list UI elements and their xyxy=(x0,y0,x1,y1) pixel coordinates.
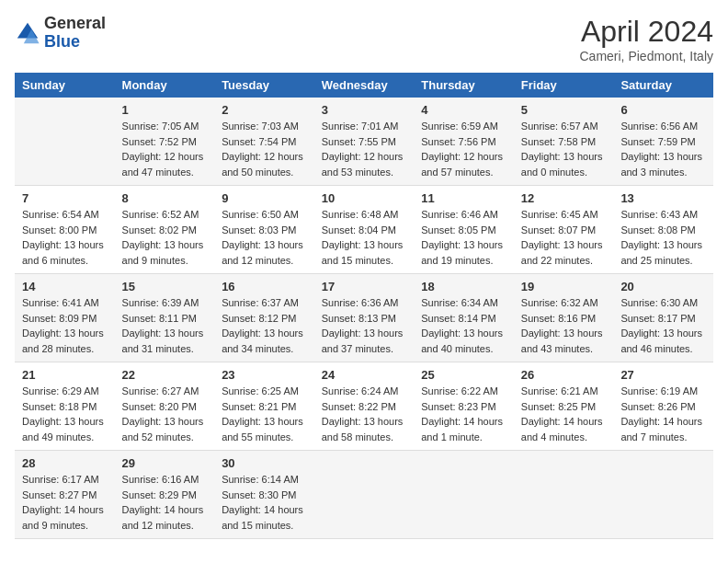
day-info: Sunrise: 6:57 AM Sunset: 7:58 PM Dayligh… xyxy=(521,119,607,179)
day-info: Sunrise: 6:54 AM Sunset: 8:00 PM Dayligh… xyxy=(22,207,108,268)
calendar-header-row: SundayMondayTuesdayWednesdayThursdayFrid… xyxy=(15,73,713,98)
column-header-wednesday: Wednesday xyxy=(314,73,415,98)
day-number: 14 xyxy=(22,280,108,293)
day-number: 10 xyxy=(322,191,407,205)
calendar-cell: 25Sunrise: 6:22 AM Sunset: 8:23 PM Dayli… xyxy=(414,362,514,451)
day-info: Sunrise: 6:30 AM Sunset: 8:17 PM Dayligh… xyxy=(620,295,706,356)
day-info: Sunrise: 6:36 AM Sunset: 8:13 PM Dayligh… xyxy=(322,295,407,356)
day-number: 6 xyxy=(620,103,706,117)
week-row-3: 14Sunrise: 6:41 AM Sunset: 8:09 PM Dayli… xyxy=(15,274,713,362)
day-number: 11 xyxy=(421,191,506,205)
day-number: 30 xyxy=(222,456,307,470)
day-number: 4 xyxy=(421,103,506,117)
calendar-cell: 11Sunrise: 6:46 AM Sunset: 8:05 PM Dayli… xyxy=(414,186,514,274)
day-info: Sunrise: 6:39 AM Sunset: 8:11 PM Dayligh… xyxy=(122,295,208,356)
day-info: Sunrise: 7:05 AM Sunset: 7:52 PM Dayligh… xyxy=(122,119,208,179)
column-header-sunday: Sunday xyxy=(15,73,115,98)
day-info: Sunrise: 6:17 AM Sunset: 8:27 PM Dayligh… xyxy=(22,472,108,533)
day-info: Sunrise: 6:19 AM Sunset: 8:26 PM Dayligh… xyxy=(620,384,706,444)
calendar-cell: 7Sunrise: 6:54 AM Sunset: 8:00 PM Daylig… xyxy=(15,186,115,274)
day-number: 21 xyxy=(22,368,108,382)
column-header-friday: Friday xyxy=(514,73,614,98)
day-number: 23 xyxy=(222,368,307,382)
month-title: April 2024 xyxy=(580,15,714,49)
day-info: Sunrise: 6:29 AM Sunset: 8:18 PM Dayligh… xyxy=(22,384,108,444)
day-number: 2 xyxy=(222,103,307,117)
calendar-cell: 12Sunrise: 6:45 AM Sunset: 8:07 PM Dayli… xyxy=(514,186,614,274)
day-number: 18 xyxy=(421,280,506,293)
calendar-cell: 1Sunrise: 7:05 AM Sunset: 7:52 PM Daylig… xyxy=(115,98,215,186)
day-info: Sunrise: 6:59 AM Sunset: 7:56 PM Dayligh… xyxy=(421,119,506,179)
day-number: 26 xyxy=(521,368,607,382)
calendar-cell: 22Sunrise: 6:27 AM Sunset: 8:20 PM Dayli… xyxy=(115,362,215,451)
calendar-cell: 29Sunrise: 6:16 AM Sunset: 8:29 PM Dayli… xyxy=(115,451,215,539)
title-block: April 2024 Cameri, Piedmont, Italy xyxy=(580,15,714,63)
calendar-cell: 24Sunrise: 6:24 AM Sunset: 8:22 PM Dayli… xyxy=(314,362,415,451)
day-number: 5 xyxy=(521,103,607,117)
logo: General Blue xyxy=(15,15,106,52)
day-number: 16 xyxy=(222,280,307,293)
calendar-cell: 15Sunrise: 6:39 AM Sunset: 8:11 PM Dayli… xyxy=(115,274,215,362)
calendar-cell: 13Sunrise: 6:43 AM Sunset: 8:08 PM Dayli… xyxy=(613,186,713,274)
calendar-cell: 18Sunrise: 6:34 AM Sunset: 8:14 PM Dayli… xyxy=(414,274,514,362)
calendar-cell: 19Sunrise: 6:32 AM Sunset: 8:16 PM Dayli… xyxy=(514,274,614,362)
calendar-cell: 9Sunrise: 6:50 AM Sunset: 8:03 PM Daylig… xyxy=(214,186,314,274)
day-info: Sunrise: 6:37 AM Sunset: 8:12 PM Dayligh… xyxy=(222,295,307,356)
calendar-cell xyxy=(15,98,115,186)
day-info: Sunrise: 6:34 AM Sunset: 8:14 PM Dayligh… xyxy=(421,295,506,356)
day-number: 13 xyxy=(620,191,706,205)
day-info: Sunrise: 6:22 AM Sunset: 8:23 PM Dayligh… xyxy=(421,384,506,444)
day-info: Sunrise: 6:21 AM Sunset: 8:25 PM Dayligh… xyxy=(521,384,607,444)
calendar-table: SundayMondayTuesdayWednesdayThursdayFrid… xyxy=(15,73,713,539)
day-number: 28 xyxy=(22,456,108,470)
day-number: 9 xyxy=(222,191,307,205)
calendar-cell: 27Sunrise: 6:19 AM Sunset: 8:26 PM Dayli… xyxy=(613,362,713,451)
day-info: Sunrise: 6:46 AM Sunset: 8:05 PM Dayligh… xyxy=(421,207,506,268)
day-number: 12 xyxy=(521,191,607,205)
day-number: 17 xyxy=(322,280,407,293)
column-header-tuesday: Tuesday xyxy=(214,73,314,98)
calendar-cell: 23Sunrise: 6:25 AM Sunset: 8:21 PM Dayli… xyxy=(214,362,314,451)
day-info: Sunrise: 7:03 AM Sunset: 7:54 PM Dayligh… xyxy=(222,119,307,179)
calendar-cell: 17Sunrise: 6:36 AM Sunset: 8:13 PM Dayli… xyxy=(314,274,415,362)
column-header-saturday: Saturday xyxy=(613,73,713,98)
day-number: 19 xyxy=(521,280,607,293)
calendar-cell: 4Sunrise: 6:59 AM Sunset: 7:56 PM Daylig… xyxy=(414,98,514,186)
logo-general-text: General xyxy=(44,14,106,32)
day-info: Sunrise: 6:32 AM Sunset: 8:16 PM Dayligh… xyxy=(521,295,607,356)
day-number: 29 xyxy=(122,456,208,470)
logo-icon xyxy=(15,20,40,46)
day-number: 3 xyxy=(322,103,407,117)
calendar-cell xyxy=(613,451,713,539)
week-row-2: 7Sunrise: 6:54 AM Sunset: 8:00 PM Daylig… xyxy=(15,186,713,274)
week-row-5: 28Sunrise: 6:17 AM Sunset: 8:27 PM Dayli… xyxy=(15,451,713,539)
calendar-cell xyxy=(414,451,514,539)
column-header-thursday: Thursday xyxy=(414,73,514,98)
day-number: 7 xyxy=(22,191,108,205)
calendar-cell: 14Sunrise: 6:41 AM Sunset: 8:09 PM Dayli… xyxy=(15,274,115,362)
calendar-cell: 10Sunrise: 6:48 AM Sunset: 8:04 PM Dayli… xyxy=(314,186,415,274)
day-number: 20 xyxy=(620,280,706,293)
day-info: Sunrise: 6:50 AM Sunset: 8:03 PM Dayligh… xyxy=(222,207,307,268)
day-number: 25 xyxy=(421,368,506,382)
logo-blue-text: Blue xyxy=(44,32,80,51)
day-number: 15 xyxy=(122,280,208,293)
day-number: 8 xyxy=(122,191,208,205)
column-header-monday: Monday xyxy=(115,73,215,98)
calendar-cell: 28Sunrise: 6:17 AM Sunset: 8:27 PM Dayli… xyxy=(15,451,115,539)
day-info: Sunrise: 6:16 AM Sunset: 8:29 PM Dayligh… xyxy=(122,472,208,533)
calendar-cell: 5Sunrise: 6:57 AM Sunset: 7:58 PM Daylig… xyxy=(514,98,614,186)
day-number: 1 xyxy=(122,103,208,117)
day-info: Sunrise: 6:45 AM Sunset: 8:07 PM Dayligh… xyxy=(521,207,607,268)
calendar-cell: 2Sunrise: 7:03 AM Sunset: 7:54 PM Daylig… xyxy=(214,98,314,186)
location-subtitle: Cameri, Piedmont, Italy xyxy=(580,49,714,63)
week-row-4: 21Sunrise: 6:29 AM Sunset: 8:18 PM Dayli… xyxy=(15,362,713,451)
calendar-cell: 20Sunrise: 6:30 AM Sunset: 8:17 PM Dayli… xyxy=(613,274,713,362)
day-info: Sunrise: 6:24 AM Sunset: 8:22 PM Dayligh… xyxy=(322,384,407,444)
day-info: Sunrise: 6:56 AM Sunset: 7:59 PM Dayligh… xyxy=(620,119,706,179)
calendar-cell: 16Sunrise: 6:37 AM Sunset: 8:12 PM Dayli… xyxy=(214,274,314,362)
day-info: Sunrise: 6:41 AM Sunset: 8:09 PM Dayligh… xyxy=(22,295,108,356)
calendar-cell: 8Sunrise: 6:52 AM Sunset: 8:02 PM Daylig… xyxy=(115,186,215,274)
calendar-cell: 26Sunrise: 6:21 AM Sunset: 8:25 PM Dayli… xyxy=(514,362,614,451)
page-header: General Blue April 2024 Cameri, Piedmont… xyxy=(15,15,713,63)
